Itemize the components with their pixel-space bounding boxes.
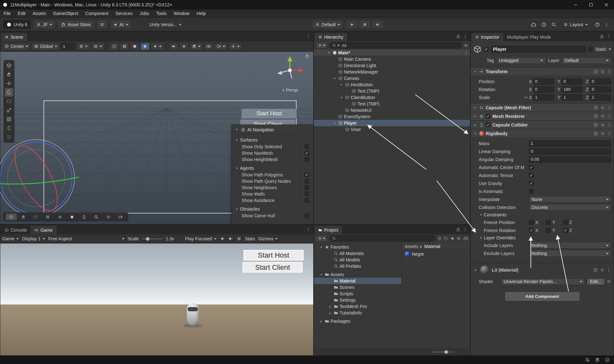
component-menu-icon[interactable] <box>607 268 611 272</box>
game-viewport[interactable]: Start Host Start Client <box>0 244 313 355</box>
shader-menu-icon[interactable] <box>607 279 611 284</box>
grid-overlay-button[interactable] <box>42 213 53 220</box>
rotate-tool-button[interactable] <box>5 88 13 97</box>
project-folder-material[interactable]: Material <box>314 278 401 284</box>
foldout-open-icon[interactable] <box>319 245 323 249</box>
section-header[interactable]: Agents <box>232 165 313 172</box>
grid-snap-size-field[interactable] <box>61 43 76 50</box>
panel-menu-icon[interactable] <box>306 227 311 232</box>
freeze-rotation-y-checkbox[interactable] <box>546 228 551 233</box>
more-icon[interactable] <box>604 22 609 27</box>
tab-scene[interactable]: Scene <box>1 33 27 41</box>
project-all-prefabs[interactable]: All Prefabs <box>314 263 401 269</box>
audio-mute-button[interactable] <box>169 43 178 50</box>
panel-menu-icon[interactable] <box>607 34 611 39</box>
transform-tool-button[interactable] <box>5 115 13 123</box>
component-tools-dropdown[interactable] <box>229 43 242 50</box>
audio-mute-icon[interactable] <box>228 236 233 241</box>
measure-overlay-button[interactable] <box>54 213 65 220</box>
include-layers-dropdown[interactable]: Nothing <box>529 242 611 249</box>
compile-status-icon[interactable] <box>605 357 610 362</box>
interpolate-dropdown[interactable]: None <box>529 196 611 203</box>
capsule-collider-header[interactable]: Capsule Collider <box>471 120 614 129</box>
component-menu-icon[interactable] <box>607 123 611 127</box>
grid-visibility-dropdown[interactable] <box>91 43 104 50</box>
menu-jobs[interactable]: Jobs <box>136 10 153 18</box>
scale-x-field[interactable] <box>533 94 554 101</box>
lock-icon[interactable] <box>600 34 604 39</box>
hierarchy-item-text-tmp[interactable]: Text (TMP) <box>314 101 470 107</box>
panel-menu-icon[interactable] <box>463 227 467 232</box>
foldout-open-icon[interactable] <box>339 83 344 87</box>
presets-icon[interactable] <box>600 69 605 74</box>
freeze-position-y-checkbox[interactable] <box>546 220 551 225</box>
hierarchy-item-clientbutton[interactable]: ClientButton <box>314 94 470 101</box>
project-packages-root[interactable]: Packages <box>314 318 401 324</box>
object-name-field[interactable] <box>491 46 586 53</box>
freeze-rotation-x-checkbox[interactable] <box>529 228 534 233</box>
mesh-filter-header[interactable]: Capsule (Mesh Filter) <box>471 103 614 112</box>
menu-window[interactable]: Window <box>170 10 193 18</box>
mesh-renderer-header[interactable]: Mesh Renderer <box>471 112 614 120</box>
foldout-closed-icon[interactable] <box>328 311 332 315</box>
material-header[interactable]: Lit (Material) <box>471 263 614 277</box>
position-x-field[interactable] <box>533 78 554 85</box>
foldout-open-icon[interactable] <box>473 132 477 135</box>
presets-icon[interactable] <box>600 123 605 127</box>
section-header[interactable]: Surfaces <box>232 136 313 143</box>
play-button[interactable] <box>346 20 358 29</box>
checkbox[interactable] <box>529 173 534 178</box>
tab-hierarchy[interactable]: Hierarchy <box>315 33 347 41</box>
playmode-scenario-dropdown[interactable]: Default <box>312 20 343 29</box>
checkbox[interactable] <box>305 144 309 149</box>
presets-icon[interactable] <box>600 268 604 272</box>
gizmos-2d-toggle-button[interactable] <box>140 43 149 50</box>
checkbox[interactable] <box>305 213 309 218</box>
play-focus-dropdown[interactable]: Play Focused <box>185 236 217 241</box>
overlays-dropdown[interactable] <box>190 43 203 50</box>
project-folder-tutorialinfo[interactable]: TutorialInfo <box>314 310 401 316</box>
scale-tool-button[interactable] <box>5 106 13 114</box>
checkbox[interactable] <box>305 198 309 203</box>
presets-icon[interactable] <box>600 105 605 110</box>
foldout-open-icon[interactable] <box>319 273 323 276</box>
menu-file[interactable]: File <box>0 10 14 18</box>
project-folder-scenes[interactable]: Scenes <box>314 284 401 290</box>
game-start-host-button[interactable]: Start Host <box>243 250 304 260</box>
checkbox[interactable] <box>529 189 534 194</box>
perspective-label[interactable]: < Persp <box>271 88 309 93</box>
rotation-y-field[interactable] <box>562 86 583 93</box>
frame-overlay-button[interactable] <box>30 213 41 220</box>
checkbox[interactable] <box>529 165 534 170</box>
asset-zoom-knob[interactable] <box>444 350 448 354</box>
hierarchy-search-input[interactable] <box>341 43 459 48</box>
constraints-foldout[interactable]: Constraints <box>471 211 614 218</box>
menu-services[interactable]: Services <box>112 10 136 18</box>
sphere-overlay-button[interactable] <box>67 213 77 220</box>
component-menu-icon[interactable] <box>607 105 611 110</box>
foldout-open-icon[interactable] <box>235 167 239 170</box>
checkbox[interactable] <box>305 192 309 196</box>
tab-game[interactable]: Game <box>31 226 56 234</box>
freeze-position-z-checkbox[interactable] <box>563 220 568 225</box>
hand-tool-button[interactable] <box>5 70 13 79</box>
project-assets-root[interactable]: Assets <box>314 271 401 278</box>
foldout-open-icon[interactable] <box>327 51 331 54</box>
help-icon[interactable] <box>595 22 600 27</box>
save-search-icon[interactable] <box>450 236 455 241</box>
tool-pivot-dropdown[interactable]: Center <box>2 43 30 50</box>
tab-console[interactable]: Console <box>1 226 31 234</box>
scale-y-field[interactable] <box>562 94 583 101</box>
view-tool-dropdown[interactable] <box>5 61 13 70</box>
notifications-muted-icon[interactable] <box>585 357 590 362</box>
pause-button[interactable] <box>359 20 371 29</box>
tag-dropdown[interactable]: Untagged <box>497 57 546 64</box>
asset-store-button[interactable]: Asset Store <box>58 20 94 29</box>
metrics-icon[interactable] <box>236 236 242 241</box>
lock-icon[interactable] <box>305 54 309 58</box>
exclude-layers-dropdown[interactable]: Nothing <box>529 250 611 257</box>
foldout-open-icon[interactable] <box>339 96 344 99</box>
pan-overlay-button[interactable] <box>18 213 29 220</box>
tool-orientation-dropdown[interactable]: Global <box>32 43 59 50</box>
hidden-items-eye-icon[interactable] <box>457 236 461 241</box>
